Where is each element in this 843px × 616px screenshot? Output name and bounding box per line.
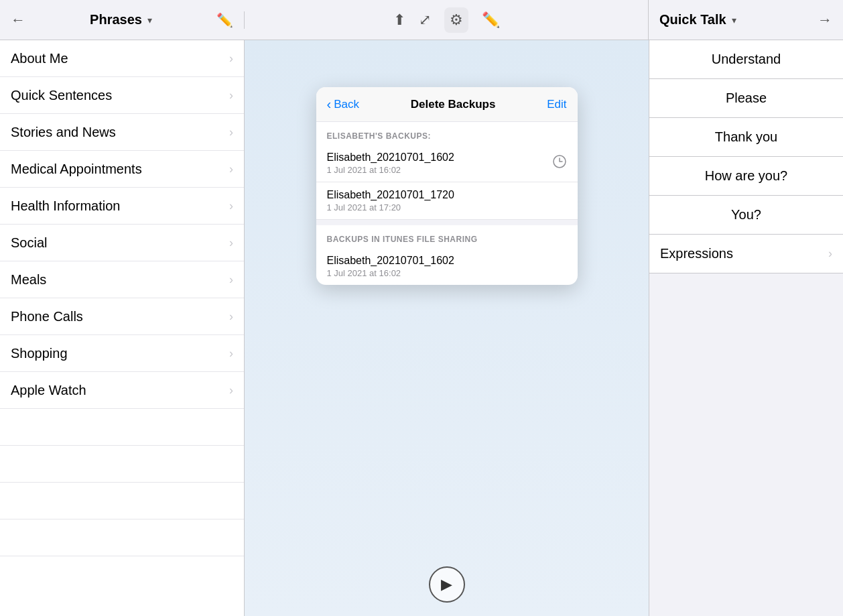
sidebar-item-stories-news[interactable]: Stories and News › [0,114,244,151]
right-item-thank-you[interactable]: Thank you [649,118,843,157]
right-item-label: Please [726,90,767,106]
pencil-icon: ✏️ [482,11,500,29]
sidebar-item-label: Social [11,235,47,251]
backup-row-1[interactable]: Elisabeth_20210701_1602 1 Jul 2021 at 16… [316,145,578,182]
quick-talk-title: Quick Talk [659,12,726,27]
backup-row-2-text: Elisabeth_20210701_1720 1 Jul 2021 at 17… [327,189,454,212]
sidebar-item-apple-watch[interactable]: Apple Watch › [0,372,244,409]
main-content: About Me › Quick Sentences › Stories and… [0,40,843,616]
backup-row-2[interactable]: Elisabeth_20210701_1720 1 Jul 2021 at 17… [316,182,578,220]
sidebar-item-label: Health Information [11,198,120,214]
chevron-right-icon: › [229,347,233,361]
back-chevron-icon: ‹ [327,97,332,112]
chevron-right-icon: › [229,236,233,250]
right-item-label: You? [731,207,761,223]
popup-edit-label: Edit [547,98,566,111]
settings-button[interactable]: ⚙ [444,7,468,33]
back-icon: ← [11,11,25,29]
edit-button[interactable]: ✏️ [216,12,233,28]
right-item-how-are-you[interactable]: How are you? [649,157,843,196]
sidebar-item-empty-3 [0,483,244,519]
right-item-expressions[interactable]: Expressions › [649,235,843,273]
backup-row-2-name: Elisabeth_20210701_1720 [327,189,454,201]
top-toolbar: ← Phrases ▾ ✏️ ⬆ ⤢ ⚙ ✏️ Quick Talk ▾ → [0,0,843,40]
fullscreen-button[interactable]: ⤢ [419,11,431,29]
backup-row-1-text: Elisabeth_20210701_1602 1 Jul 2021 at 16… [327,151,454,175]
forward-button[interactable]: → [818,11,832,29]
popup-body: ELISABETH'S BACKUPS: Elisabeth_20210701_… [316,122,578,285]
sidebar-item-empty-5 [0,556,244,593]
chevron-right-icon: › [229,273,233,287]
popup-title: Delete Backups [411,98,496,111]
right-item-label: Thank you [715,129,777,145]
elisabeths-backups-header: ELISABETH'S BACKUPS: [316,122,578,145]
popup-overlay: ‹ Back Delete Backups Edit ELISABETH'S B… [245,40,649,616]
pencil-button[interactable]: ✏️ [482,11,500,29]
sidebar-item-quick-sentences[interactable]: Quick Sentences › [0,77,244,114]
chevron-right-icon: › [229,88,233,103]
popup-back-label: Back [334,98,359,111]
phrases-title: Phrases [90,12,142,27]
sidebar-item-empty-4 [0,519,244,556]
chevron-right-icon: › [229,310,233,324]
chevron-right-icon: › [229,199,233,213]
right-item-understand[interactable]: Understand [649,40,843,79]
fullscreen-icon: ⤢ [419,11,431,29]
back-button[interactable]: ← [11,11,25,29]
sidebar-item-label: Medical Appointments [11,162,142,177]
sidebar-item-phone-calls[interactable]: Phone Calls › [0,298,244,335]
chevron-right-icon: › [229,125,233,139]
toolbar-left: ← Phrases ▾ ✏️ [0,11,245,29]
center-area: ‹ Back Delete Backups Edit ELISABETH'S B… [245,40,649,616]
quick-talk-dropdown-arrow: ▾ [732,15,736,25]
popup-back-button[interactable]: ‹ Back [327,97,359,112]
sidebar-item-label: Apple Watch [11,383,86,398]
popup-header: ‹ Back Delete Backups Edit [316,87,578,122]
backup-row-2-date: 1 Jul 2021 at 17:20 [327,202,454,212]
chevron-right-icon: › [828,247,832,261]
sidebar-item-shopping[interactable]: Shopping › [0,335,244,372]
sidebar-item-label: About Me [11,51,68,66]
right-item-please[interactable]: Please [649,79,843,118]
popup-edit-button[interactable]: Edit [547,98,566,111]
sidebar-item-empty-1 [0,409,244,446]
right-item-label: How are you? [705,168,787,184]
chevron-right-icon: › [229,383,233,397]
restore-icon [552,154,567,172]
right-item-you[interactable]: You? [649,196,843,235]
sidebar-item-about-me[interactable]: About Me › [0,40,244,77]
phrases-dropdown-arrow: ▾ [147,15,152,25]
sidebar-item-label: Quick Sentences [11,88,112,103]
sidebar-item-health-information[interactable]: Health Information › [0,188,244,225]
share-icon: ⬆ [393,11,405,29]
delete-backups-popup: ‹ Back Delete Backups Edit ELISABETH'S B… [316,87,578,285]
right-item-label: Understand [712,52,781,67]
itunes-backup-row-1-name: Elisabeth_20210701_1602 [327,255,454,267]
toolbar-center: ⬆ ⤢ ⚙ ✏️ [245,0,649,40]
sidebar-item-label: Stories and News [11,125,116,140]
edit-icon: ✏️ [216,12,233,28]
sidebar: About Me › Quick Sentences › Stories and… [0,40,245,616]
chevron-right-icon: › [229,162,233,176]
share-button[interactable]: ⬆ [393,11,405,29]
sidebar-item-social[interactable]: Social › [0,225,244,261]
sidebar-item-label: Shopping [11,346,68,361]
right-item-label: Expressions [660,246,733,261]
backup-row-1-name: Elisabeth_20210701_1602 [327,151,454,164]
sidebar-item-empty-2 [0,446,244,483]
itunes-backup-row-1[interactable]: Elisabeth_20210701_1602 1 Jul 2021 at 16… [316,248,578,285]
sidebar-item-meals[interactable]: Meals › [0,261,244,298]
sidebar-item-label: Meals [11,272,46,288]
sidebar-item-medical-appointments[interactable]: Medical Appointments › [0,151,244,188]
sidebar-item-label: Phone Calls [11,309,83,324]
itunes-backup-row-1-date: 1 Jul 2021 at 16:02 [327,268,454,278]
forward-icon: → [818,11,832,29]
itunes-backup-row-1-text: Elisabeth_20210701_1602 1 Jul 2021 at 16… [327,255,454,278]
backup-row-1-date: 1 Jul 2021 at 16:02 [327,165,454,175]
gear-icon: ⚙ [450,11,463,29]
section-divider [316,220,578,225]
chevron-right-icon: › [229,52,233,66]
toolbar-right: Quick Talk ▾ → [649,11,843,29]
right-panel: Understand Please Thank you How are you?… [649,40,843,616]
itunes-backups-header: BACKUPS IN ITUNES FILE SHARING [316,225,578,248]
